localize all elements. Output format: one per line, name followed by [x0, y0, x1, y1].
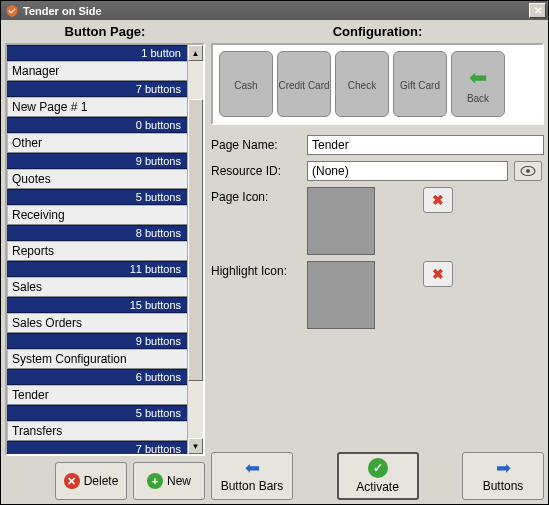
page-item-count: 0 buttons [7, 117, 187, 133]
window-title: Tender on Side [23, 5, 102, 17]
scrollbar[interactable]: ▲ ▼ [187, 45, 203, 454]
scroll-down-button[interactable]: ▼ [188, 438, 203, 454]
page-item-name: Reports [7, 241, 187, 261]
page-item-count: 8 buttons [7, 225, 187, 241]
button-bars-button[interactable]: ⬅ Button Bars [211, 452, 293, 500]
right-header: Configuration: [211, 24, 544, 39]
page-item-count: 15 buttons [7, 297, 187, 313]
scroll-thumb[interactable] [188, 99, 203, 382]
preview-tender-button[interactable]: Credit Card [277, 51, 331, 117]
delete-button[interactable]: ✕ Delete [55, 462, 127, 500]
page-name-label: Page Name: [211, 135, 301, 152]
page-item-count: 1 button [7, 45, 187, 61]
page-item-count: 7 buttons [7, 441, 187, 454]
page-list-item[interactable]: Manager7 buttons [7, 61, 187, 97]
app-icon [5, 4, 19, 18]
clear-page-icon-button[interactable]: ✖ [423, 187, 453, 213]
page-item-name: New Page # 1 [7, 97, 187, 117]
page-list-item[interactable]: New Page # 10 buttons [7, 97, 187, 133]
page-item-count: 9 buttons [7, 333, 187, 349]
page-list-item[interactable]: Receiving8 buttons [7, 205, 187, 241]
preview-button-label: Cash [234, 80, 257, 91]
preview-tender-button[interactable]: Gift Card [393, 51, 447, 117]
page-list-item[interactable]: Transfers7 buttons [7, 421, 187, 454]
scroll-up-button[interactable]: ▲ [188, 45, 203, 61]
buttons-button[interactable]: ➡ Buttons [462, 452, 544, 500]
resource-lookup-button[interactable] [514, 161, 542, 181]
x-icon: ✖ [432, 266, 444, 282]
page-list-item[interactable]: System Configuration6 buttons [7, 349, 187, 385]
activate-label: Activate [356, 480, 399, 494]
button-bars-label: Button Bars [221, 479, 284, 493]
page-item-count: 11 buttons [7, 261, 187, 277]
page-list-item[interactable]: Sales15 buttons [7, 277, 187, 313]
resource-id-select[interactable] [307, 161, 508, 181]
preview-tender-button[interactable]: Check [335, 51, 389, 117]
page-list-item[interactable]: Other9 buttons [7, 133, 187, 169]
titlebar: Tender on Side ✕ [1, 1, 548, 20]
svg-point-1 [526, 169, 530, 173]
add-icon: + [147, 473, 163, 489]
preview-button-label: Gift Card [400, 80, 440, 91]
preview-button-label: Back [467, 93, 489, 104]
page-list: 1 buttonManager7 buttonsNew Page # 10 bu… [5, 43, 205, 456]
page-icon-preview[interactable] [307, 187, 375, 255]
new-label: New [167, 474, 191, 488]
page-list-item[interactable]: Tender5 buttons [7, 385, 187, 421]
page-item-count: 9 buttons [7, 153, 187, 169]
new-button[interactable]: + New [133, 462, 205, 500]
page-list-item[interactable]: Sales Orders9 buttons [7, 313, 187, 349]
delete-label: Delete [84, 474, 119, 488]
page-item-name: Sales [7, 277, 187, 297]
arrow-left-icon: ⬅ [245, 459, 260, 477]
preview-back-button[interactable]: ⬅Back [451, 51, 505, 117]
page-item-name: Sales Orders [7, 313, 187, 333]
page-item-name: System Configuration [7, 349, 187, 369]
page-item-count: 5 buttons [7, 189, 187, 205]
clear-highlight-icon-button[interactable]: ✖ [423, 261, 453, 287]
check-icon: ✓ [368, 458, 388, 478]
page-item-name: Quotes [7, 169, 187, 189]
page-list-item[interactable]: Quotes5 buttons [7, 169, 187, 205]
page-item-name: Transfers [7, 421, 187, 441]
highlight-icon-label: Highlight Icon: [211, 261, 301, 278]
activate-button[interactable]: ✓ Activate [337, 452, 419, 500]
page-item-name: Tender [7, 385, 187, 405]
page-item-name: Other [7, 133, 187, 153]
scroll-track[interactable] [188, 61, 203, 438]
resource-id-label: Resource ID: [211, 161, 301, 178]
preview-tender-button[interactable]: Cash [219, 51, 273, 117]
eye-icon [520, 166, 536, 176]
page-item-count: 6 buttons [7, 369, 187, 385]
arrow-right-icon: ➡ [496, 459, 511, 477]
page-item-count: 7 buttons [7, 81, 187, 97]
page-item-count: 5 buttons [7, 405, 187, 421]
left-header: Button Page: [5, 24, 205, 39]
x-icon: ✖ [432, 192, 444, 208]
highlight-icon-preview[interactable] [307, 261, 375, 329]
window: Tender on Side ✕ Button Page: 1 buttonMa… [0, 0, 549, 505]
preview-button-label: Check [348, 80, 376, 91]
page-icon-label: Page Icon: [211, 187, 301, 204]
page-name-input[interactable] [307, 135, 544, 155]
page-list-item[interactable]: Reports11 buttons [7, 241, 187, 277]
buttons-label: Buttons [483, 479, 524, 493]
preview-button-label: Credit Card [278, 80, 329, 91]
delete-icon: ✕ [64, 473, 80, 489]
page-item-name: Manager [7, 61, 187, 81]
close-button[interactable]: ✕ [529, 3, 546, 18]
arrow-left-icon: ⬅ [469, 65, 487, 91]
page-list-item[interactable]: 1 button [7, 45, 187, 61]
button-preview-strip: CashCredit CardCheckGift Card⬅Back [211, 43, 544, 125]
page-item-name: Receiving [7, 205, 187, 225]
